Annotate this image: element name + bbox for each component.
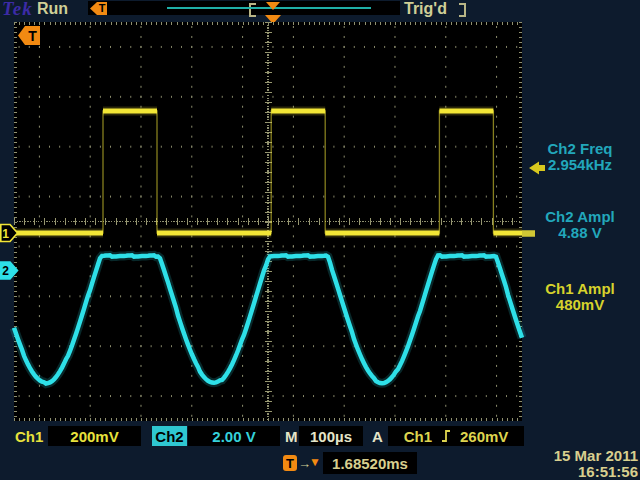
date: 15 Mar 2011 <box>500 448 638 464</box>
measurement-value: 4.88 V <box>522 225 638 241</box>
ch1-scale-readout: 200mV <box>48 426 141 446</box>
measurement-value: 480mV <box>522 297 638 313</box>
record-window-bracket-right <box>459 3 466 17</box>
measurement-label: Ch2 Freq <box>522 141 638 157</box>
measurement-ch1-ampl: Ch1 Ampl 480mV <box>522 281 638 313</box>
record-window-bracket-left <box>249 3 256 17</box>
tek-logo: Tek <box>2 0 33 20</box>
measurement-ch2-ampl: Ch2 Ampl 4.88 V <box>522 209 638 241</box>
ch2-scale-readout: 2.00 V <box>188 426 280 446</box>
graticule-edge-left <box>14 22 17 421</box>
record-trigger-position-icon <box>266 2 280 10</box>
center-vertical-axis <box>267 22 268 421</box>
rising-edge-icon <box>441 429 451 443</box>
datetime: 15 Mar 2011 16:51:56 <box>500 448 640 479</box>
ch2-badge: Ch2 <box>152 426 187 446</box>
trigger-readout: Ch1 260mV <box>388 426 524 446</box>
trigger-level: 260mV <box>460 428 508 445</box>
trigger-status: Trig'd <box>404 0 447 18</box>
triangle-down-icon: ▼ <box>309 455 321 469</box>
trigger-mode-label: A <box>372 428 383 445</box>
trigger-source: Ch1 <box>404 428 432 445</box>
horizontal-trigger-icon: T <box>283 455 297 471</box>
graticule <box>14 22 522 421</box>
timebase-readout: 100µs <box>299 426 363 446</box>
ch1-label: Ch1 <box>15 428 43 445</box>
oscilloscope-screen: Tek Run Trig'd Ch2 Freq 2.954kHz Ch2 Amp… <box>0 0 640 480</box>
ch1-position-marker-label: 1 <box>2 227 9 241</box>
horizontal-position-readout: 1.68520ms <box>323 452 417 474</box>
measurement-label: Ch1 Ampl <box>522 281 638 297</box>
timebase-label: M <box>285 428 298 445</box>
measurement-value: 2.954kHz <box>522 157 638 173</box>
measurement-ch2-freq: Ch2 Freq 2.954kHz <box>522 141 638 173</box>
acquisition-state: Run <box>37 0 68 18</box>
time: 16:51:56 <box>500 464 638 480</box>
ch2-position-marker-label: 2 <box>2 264 9 278</box>
measurement-label: Ch2 Ampl <box>522 209 638 225</box>
graticule-edge-bottom <box>14 418 522 421</box>
graticule-edge-top <box>14 22 522 25</box>
